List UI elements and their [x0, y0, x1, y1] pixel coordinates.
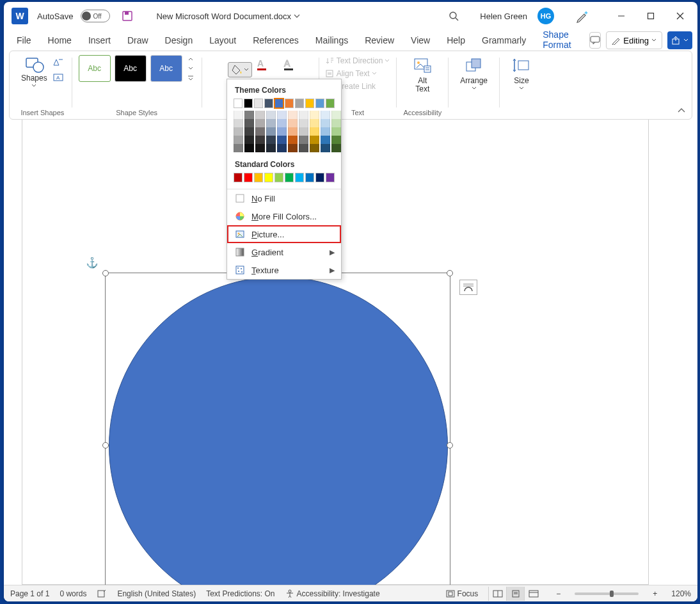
- style-preset-3[interactable]: Abc: [150, 55, 182, 82]
- theme-color-swatch[interactable]: [255, 144, 265, 152]
- theme-color-swatch[interactable]: [277, 111, 287, 119]
- shapes-gallery-button[interactable]: Shapes: [20, 55, 49, 89]
- theme-color-swatch[interactable]: [234, 111, 243, 119]
- theme-color-swatch[interactable]: [331, 111, 341, 119]
- standard-color-swatch[interactable]: [274, 173, 283, 182]
- zoom-level[interactable]: 120%: [671, 589, 691, 598]
- edit-shape-button[interactable]: [51, 55, 65, 69]
- text-outline-button[interactable]: A: [283, 58, 298, 72]
- save-icon[interactable]: [122, 10, 133, 22]
- maximize-button[interactable]: [636, 3, 665, 29]
- theme-color-swatch[interactable]: [244, 136, 254, 144]
- theme-color-swatch[interactable]: [234, 99, 243, 108]
- avatar[interactable]: HG: [537, 8, 554, 24]
- standard-color-swatch[interactable]: [244, 173, 253, 182]
- theme-color-swatch[interactable]: [299, 127, 308, 136]
- tab-insert[interactable]: Insert: [81, 31, 118, 49]
- theme-color-swatch[interactable]: [321, 119, 330, 127]
- tab-grammarly[interactable]: Grammarly: [474, 31, 534, 49]
- theme-color-swatch[interactable]: [310, 119, 319, 127]
- page-indicator[interactable]: Page 1 of 1: [10, 589, 49, 598]
- theme-color-swatch[interactable]: [274, 99, 283, 108]
- arrange-button[interactable]: Arrange: [455, 55, 493, 90]
- ribbon-collapse-button[interactable]: [678, 107, 685, 114]
- autosave-toggle[interactable]: Off: [81, 10, 110, 22]
- theme-color-swatch[interactable]: [255, 119, 265, 127]
- theme-color-swatch[interactable]: [326, 99, 335, 108]
- tab-layout[interactable]: Layout: [202, 31, 244, 49]
- theme-color-swatch[interactable]: [255, 136, 265, 144]
- theme-color-swatch[interactable]: [321, 144, 330, 152]
- theme-color-swatch[interactable]: [234, 127, 243, 136]
- theme-color-swatch[interactable]: [331, 127, 341, 136]
- theme-color-swatch[interactable]: [288, 136, 298, 144]
- more-fill-colors-option[interactable]: More Fill Colors...: [227, 207, 341, 225]
- tab-help[interactable]: Help: [439, 31, 473, 49]
- texture-fill-option[interactable]: Texture ▶: [227, 261, 341, 279]
- text-direction-button[interactable]: Text Direction: [326, 56, 390, 65]
- zoom-in-button[interactable]: +: [649, 589, 661, 598]
- theme-color-swatch[interactable]: [305, 99, 314, 108]
- theme-color-swatch[interactable]: [310, 136, 319, 144]
- style-scroll-up[interactable]: [186, 55, 195, 63]
- text-predictions[interactable]: Text Predictions: On: [206, 589, 274, 598]
- standard-color-swatch[interactable]: [295, 173, 304, 182]
- theme-color-swatch[interactable]: [277, 119, 287, 127]
- theme-color-swatch[interactable]: [255, 127, 265, 136]
- layout-options-button[interactable]: [459, 280, 477, 295]
- theme-color-swatch[interactable]: [310, 127, 319, 136]
- theme-color-swatch[interactable]: [288, 119, 298, 127]
- zoom-slider[interactable]: [575, 592, 639, 595]
- tab-file[interactable]: File: [9, 31, 39, 49]
- language-indicator[interactable]: English (United States): [117, 589, 196, 598]
- resize-handle-e[interactable]: [447, 442, 453, 449]
- theme-color-swatch[interactable]: [277, 144, 287, 152]
- standard-color-swatch[interactable]: [234, 173, 243, 182]
- word-count[interactable]: 0 words: [60, 589, 86, 598]
- shape-fill-button[interactable]: [228, 62, 252, 77]
- theme-color-swatch[interactable]: [234, 119, 243, 127]
- zoom-out-button[interactable]: −: [552, 589, 564, 598]
- text-fill-button[interactable]: A: [256, 58, 271, 72]
- theme-color-swatch[interactable]: [244, 127, 254, 136]
- theme-color-swatch[interactable]: [255, 111, 265, 119]
- resize-handle-ne[interactable]: [447, 270, 453, 276]
- editing-mode-button[interactable]: Editing: [606, 31, 662, 49]
- comments-button[interactable]: [589, 32, 601, 49]
- tab-references[interactable]: References: [245, 31, 306, 49]
- close-button[interactable]: [665, 3, 695, 29]
- theme-color-swatch[interactable]: [244, 144, 254, 152]
- tab-mailings[interactable]: Mailings: [308, 31, 356, 49]
- theme-color-swatch[interactable]: [299, 111, 308, 119]
- theme-color-swatch[interactable]: [288, 111, 298, 119]
- theme-color-swatch[interactable]: [244, 99, 253, 108]
- style-preset-2[interactable]: Abc: [115, 55, 147, 82]
- theme-color-swatch[interactable]: [254, 99, 263, 108]
- gradient-fill-option[interactable]: Gradient ▶: [227, 243, 341, 261]
- theme-color-swatch[interactable]: [266, 127, 276, 136]
- resize-handle-w[interactable]: [102, 442, 109, 449]
- theme-color-swatch[interactable]: [310, 144, 319, 152]
- read-mode-button[interactable]: [488, 587, 506, 601]
- theme-color-swatch[interactable]: [266, 136, 276, 144]
- theme-color-swatch[interactable]: [266, 119, 276, 127]
- standard-color-swatch[interactable]: [326, 173, 335, 182]
- theme-color-swatch[interactable]: [331, 144, 341, 152]
- resize-handle-nw[interactable]: [102, 270, 109, 276]
- alt-text-button[interactable]: Alt Text: [407, 55, 438, 93]
- style-gallery-expand[interactable]: [186, 74, 195, 82]
- document-title[interactable]: New Microsoft Word Document.docx: [156, 12, 300, 21]
- theme-color-swatch[interactable]: [244, 111, 254, 119]
- oval-shape[interactable]: [109, 276, 448, 585]
- style-preset-1[interactable]: Abc: [79, 55, 111, 82]
- search-icon[interactable]: [448, 10, 459, 22]
- theme-color-swatch[interactable]: [277, 136, 287, 144]
- accessibility-status[interactable]: Accessibility: Investigate: [285, 589, 380, 598]
- standard-color-swatch[interactable]: [254, 173, 263, 182]
- theme-color-swatch[interactable]: [310, 111, 319, 119]
- theme-color-swatch[interactable]: [244, 119, 254, 127]
- theme-color-swatch[interactable]: [234, 144, 243, 152]
- zoom-thumb[interactable]: [610, 591, 614, 597]
- theme-color-swatch[interactable]: [264, 99, 273, 108]
- tab-draw[interactable]: Draw: [120, 31, 156, 49]
